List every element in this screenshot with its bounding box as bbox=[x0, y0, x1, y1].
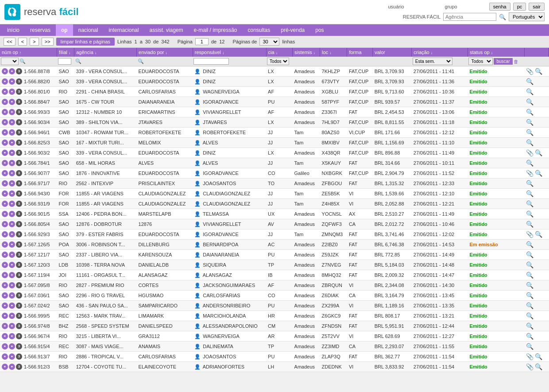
row-search-icon[interactable]: 🔍 bbox=[526, 200, 534, 207]
status-filter-select[interactable]: Todos bbox=[468, 58, 493, 65]
circle-op-3[interactable]: 3 bbox=[16, 323, 22, 329]
th-agencia[interactable]: agência ↓ bbox=[74, 48, 137, 57]
row-search-icon[interactable]: 🔍 bbox=[535, 170, 542, 177]
row-search-icon[interactable]: 🔍 bbox=[526, 139, 534, 146]
circle-op-3[interactable]: 3 bbox=[16, 231, 22, 237]
circle-op-2[interactable]: ● bbox=[9, 119, 15, 125]
attach-icon[interactable]: 📎 bbox=[526, 363, 534, 370]
circle-op-1[interactable]: ● bbox=[2, 211, 8, 217]
row-search-icon[interactable]: 🔍 bbox=[526, 241, 534, 248]
th-responsavel[interactable]: responsável ↓ bbox=[193, 48, 266, 57]
nav-reservas[interactable]: reservas bbox=[25, 24, 56, 36]
person-icon[interactable]: 👤 bbox=[194, 191, 201, 196]
circle-op-1[interactable]: ● bbox=[2, 292, 8, 299]
senha-button[interactable]: senha bbox=[489, 3, 510, 11]
page-input[interactable] bbox=[195, 38, 209, 45]
person-icon[interactable]: 👤 bbox=[194, 181, 201, 186]
person-icon[interactable]: 👤 bbox=[194, 201, 201, 206]
nav-inicio[interactable]: início bbox=[2, 24, 25, 36]
num-op-filter-select[interactable] bbox=[1, 58, 19, 65]
person-icon[interactable]: 👤 bbox=[194, 364, 201, 369]
circle-op-2[interactable]: ● bbox=[9, 282, 15, 288]
row-search-icon[interactable]: 🔍 bbox=[526, 261, 534, 268]
row-search-icon[interactable]: 🔍 bbox=[526, 221, 534, 228]
circle-op-1[interactable]: ● bbox=[2, 109, 8, 115]
row-search-icon[interactable]: 🔍 bbox=[526, 282, 534, 289]
circle-op-3[interactable]: 3 bbox=[16, 68, 22, 74]
circle-op-3[interactable]: 3 bbox=[16, 150, 22, 156]
circle-op-2[interactable]: ● bbox=[9, 150, 15, 156]
circle-op-2[interactable]: ● bbox=[9, 160, 15, 166]
circle-op-2[interactable]: ● bbox=[9, 292, 15, 299]
nav-consultas[interactable]: consultas bbox=[243, 24, 276, 36]
agency-search-icon[interactable]: 🔍 bbox=[499, 14, 506, 20]
row-search-icon[interactable]: 🔍 bbox=[535, 363, 542, 370]
circle-op-1[interactable]: ● bbox=[2, 160, 8, 166]
person-icon[interactable]: 👤 bbox=[194, 323, 201, 329]
circle-op-3[interactable]: 3 bbox=[16, 303, 22, 309]
circle-op-3[interactable]: 3 bbox=[16, 313, 22, 319]
circle-op-1[interactable]: ● bbox=[2, 150, 8, 156]
pc-button[interactable]: pc bbox=[513, 3, 526, 11]
circle-op-3[interactable]: 3 bbox=[16, 129, 22, 136]
circle-op-3[interactable]: 3 bbox=[16, 190, 22, 197]
th-criacao[interactable]: criação ↓ bbox=[412, 48, 468, 57]
nav-internacional[interactable]: internacional bbox=[103, 24, 144, 36]
person-icon[interactable]: 👤 bbox=[194, 89, 201, 94]
person-icon[interactable]: 👤 bbox=[194, 130, 201, 135]
circle-op-1[interactable]: ● bbox=[2, 333, 8, 339]
circle-op-3[interactable]: 3 bbox=[16, 343, 22, 349]
circle-op-1[interactable]: ● bbox=[2, 353, 8, 360]
person-icon[interactable]: 👤 bbox=[194, 354, 201, 359]
row-search-icon[interactable]: 🔍 bbox=[526, 78, 534, 85]
clear-filter-icon[interactable]: 🗑 bbox=[514, 59, 518, 64]
circle-op-1[interactable]: ● bbox=[2, 140, 8, 146]
circle-op-3[interactable]: 3 bbox=[16, 140, 22, 146]
circle-op-1[interactable]: ● bbox=[2, 313, 8, 319]
row-search-icon[interactable]: 🔍 bbox=[526, 251, 534, 258]
th-num-op[interactable]: núm op ↑ bbox=[0, 48, 57, 57]
circle-op-3[interactable]: 3 bbox=[16, 160, 22, 166]
circle-op-1[interactable]: ● bbox=[2, 343, 8, 349]
person-icon[interactable]: 👤 bbox=[194, 232, 201, 237]
criacao-filter-select[interactable]: Esta sem. bbox=[413, 58, 452, 65]
last-page-button[interactable]: >> bbox=[42, 38, 54, 46]
person-icon[interactable]: 👤 bbox=[194, 79, 201, 84]
resp-filter[interactable] bbox=[193, 58, 229, 65]
nav-assist-viagem[interactable]: assist. viagem bbox=[144, 24, 188, 36]
first-page-button[interactable]: << bbox=[4, 38, 15, 46]
th-enviado-por[interactable]: enviado por ↓ bbox=[137, 48, 193, 57]
circle-op-1[interactable]: ● bbox=[2, 323, 8, 329]
circle-op-3[interactable]: 3 bbox=[16, 353, 22, 360]
row-search-icon[interactable]: 🔍 bbox=[526, 312, 534, 319]
person-icon[interactable]: 👤 bbox=[194, 160, 201, 166]
circle-op-2[interactable]: ● bbox=[9, 211, 15, 217]
buscar-button[interactable]: buscar bbox=[494, 58, 512, 65]
circle-op-2[interactable]: ● bbox=[9, 313, 15, 319]
circle-op-3[interactable]: 3 bbox=[16, 89, 22, 95]
row-search-icon[interactable]: 🔍 bbox=[535, 353, 542, 360]
row-search-icon[interactable]: 🔍 bbox=[535, 149, 542, 156]
person-icon[interactable]: 👤 bbox=[194, 334, 201, 339]
circle-op-2[interactable]: ● bbox=[9, 89, 15, 95]
circle-op-1[interactable]: ● bbox=[2, 89, 8, 95]
circle-op-1[interactable]: ● bbox=[2, 119, 8, 125]
attach-icon[interactable]: 📎 bbox=[526, 170, 534, 177]
person-icon[interactable]: 👤 bbox=[194, 211, 201, 217]
circle-op-2[interactable]: ● bbox=[9, 343, 15, 349]
filial-filter[interactable] bbox=[58, 58, 71, 65]
row-search-icon[interactable]: 🔍 bbox=[526, 119, 534, 126]
row-search-icon[interactable]: 🔍 bbox=[526, 190, 534, 197]
circle-op-2[interactable]: ● bbox=[9, 68, 15, 74]
circle-op-3[interactable]: 3 bbox=[16, 272, 22, 278]
circle-op-1[interactable]: ● bbox=[2, 221, 8, 227]
nav-op[interactable]: op bbox=[56, 24, 73, 36]
row-search-icon[interactable]: 🔍 bbox=[526, 210, 534, 217]
circle-op-3[interactable]: 3 bbox=[16, 252, 22, 258]
person-icon[interactable]: 👤 bbox=[194, 150, 201, 155]
circle-op-2[interactable]: ● bbox=[9, 140, 15, 146]
circle-op-1[interactable]: ● bbox=[2, 303, 8, 309]
agencia-search-icon[interactable]: 🔍 bbox=[75, 58, 81, 64]
circle-op-2[interactable]: ● bbox=[9, 180, 15, 186]
circle-op-2[interactable]: ● bbox=[9, 241, 15, 248]
